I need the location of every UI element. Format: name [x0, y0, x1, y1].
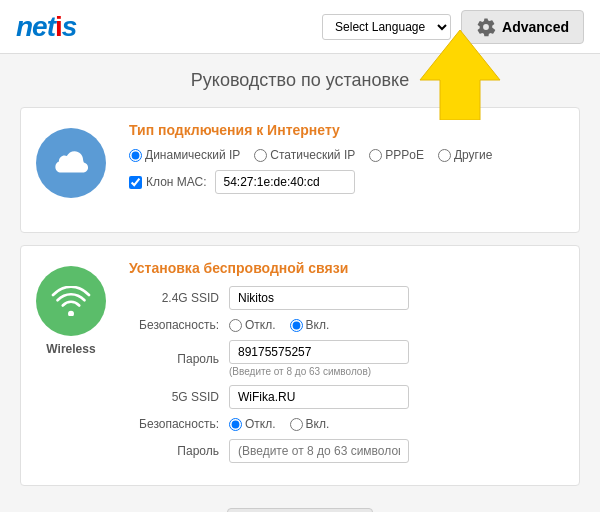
ssid-24-input[interactable] — [229, 286, 409, 310]
radio-other[interactable]: Другие — [438, 148, 492, 162]
save-row: Сохранить — [20, 498, 580, 512]
radio-pppoe-label: PPPoE — [385, 148, 424, 162]
wireless-icon-circle — [36, 266, 106, 336]
password-24-hint: (Введите от 8 до 63 символов) — [229, 366, 409, 377]
page-title: Руководство по установке — [20, 70, 580, 91]
radio-dynamic-ip-label: Динамический IP — [145, 148, 240, 162]
wireless-section-content: Установка беспроводной связи 2.4G SSID Б… — [121, 246, 579, 485]
wireless-section-title: Установка беспроводной связи — [129, 260, 563, 276]
security-5-off-label: Откл. — [245, 417, 276, 431]
password-5-input[interactable] — [229, 439, 409, 463]
security-24-off-label: Откл. — [245, 318, 276, 332]
security-24-group: Откл. Вкл. — [229, 318, 329, 332]
password-5-row: Пароль — [129, 439, 563, 463]
wireless-icon-label: Wireless — [46, 342, 95, 356]
security-5-off[interactable]: Откл. — [229, 417, 276, 431]
gear-icon — [476, 17, 496, 37]
save-button[interactable]: Сохранить — [227, 508, 374, 512]
security-5-off-input[interactable] — [229, 418, 242, 431]
internet-section: internet Тип подключения к Интернету Дин… — [20, 107, 580, 233]
clone-mac-checkbox[interactable] — [129, 176, 142, 189]
ssid-5-label: 5G SSID — [129, 390, 229, 404]
internet-icon-circle — [36, 128, 106, 198]
security-24-label: Безопасность: — [129, 318, 229, 332]
password-24-input[interactable] — [229, 340, 409, 364]
advanced-button[interactable]: Advanced — [461, 10, 584, 44]
radio-dynamic-ip-input[interactable] — [129, 149, 142, 162]
password-5-field-group — [229, 439, 409, 463]
connection-type-group: Динамический IP Статический IP PPPoE Дру… — [129, 148, 492, 162]
header: netis Select Language Advanced — [0, 0, 600, 54]
wireless-section: Wireless Установка беспроводной связи 2.… — [20, 245, 580, 486]
password-24-row: Пароль (Введите от 8 до 63 символов) — [129, 340, 563, 377]
header-controls: Select Language Advanced — [322, 10, 584, 44]
cloud-icon — [49, 147, 93, 179]
ssid-24-label: 2.4G SSID — [129, 291, 229, 305]
connection-type-row: Динамический IP Статический IP PPPoE Дру… — [129, 148, 563, 162]
logo: netis — [16, 11, 76, 43]
internet-section-title: Тип подключения к Интернету — [129, 122, 563, 138]
security-24-on-input[interactable] — [290, 319, 303, 332]
clone-mac-label: Клон МАС: — [146, 175, 207, 189]
language-select[interactable]: Select Language — [322, 14, 451, 40]
security-24-on-label: Вкл. — [306, 318, 330, 332]
svg-point-1 — [68, 311, 74, 316]
radio-dynamic-ip[interactable]: Динамический IP — [129, 148, 240, 162]
radio-static-ip[interactable]: Статический IP — [254, 148, 355, 162]
radio-static-ip-label: Статический IP — [270, 148, 355, 162]
wireless-icon-area: Wireless — [21, 246, 121, 376]
clone-mac-inner: Клон МАС: — [129, 170, 355, 194]
ssid-5-input[interactable] — [229, 385, 409, 409]
radio-pppoe-input[interactable] — [369, 149, 382, 162]
security-24-row: Безопасность: Откл. Вкл. — [129, 318, 563, 332]
security-5-label: Безопасность: — [129, 417, 229, 431]
internet-icon-area: internet — [21, 108, 121, 232]
internet-icon-label: internet — [51, 200, 91, 212]
password-24-field-group: (Введите от 8 до 63 символов) — [229, 340, 409, 377]
password-5-label: Пароль — [129, 444, 229, 458]
security-24-off[interactable]: Откл. — [229, 318, 276, 332]
radio-static-ip-input[interactable] — [254, 149, 267, 162]
advanced-label: Advanced — [502, 19, 569, 35]
security-5-row: Безопасность: Откл. Вкл. — [129, 417, 563, 431]
wifi-icon — [51, 286, 91, 316]
clone-mac-checkbox-label[interactable]: Клон МАС: — [129, 175, 207, 189]
security-24-off-input[interactable] — [229, 319, 242, 332]
internet-section-content: Тип подключения к Интернету Динамический… — [121, 108, 579, 216]
security-5-on[interactable]: Вкл. — [290, 417, 330, 431]
ssid-24-row: 2.4G SSID — [129, 286, 563, 310]
clone-mac-row: Клон МАС: — [129, 170, 563, 194]
security-24-on[interactable]: Вкл. — [290, 318, 330, 332]
password-24-label: Пароль — [129, 352, 229, 366]
main-content: Руководство по установке internet Тип по… — [0, 54, 600, 512]
security-5-group: Откл. Вкл. — [229, 417, 329, 431]
radio-other-label: Другие — [454, 148, 492, 162]
ssid-5-row: 5G SSID — [129, 385, 563, 409]
security-5-on-input[interactable] — [290, 418, 303, 431]
radio-pppoe[interactable]: PPPoE — [369, 148, 424, 162]
radio-other-input[interactable] — [438, 149, 451, 162]
mac-address-input[interactable] — [215, 170, 355, 194]
security-5-on-label: Вкл. — [306, 417, 330, 431]
